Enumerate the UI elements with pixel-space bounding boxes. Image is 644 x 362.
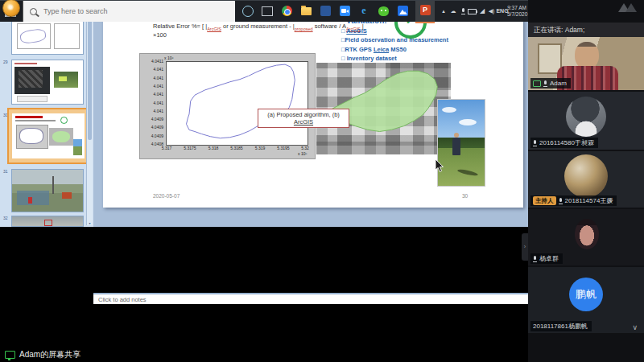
y-tick: 4.041 [140,84,163,88]
taskbar: e P ▴ ☁ ◢ ◀) ENG 9:37 AM 5/7/2020 [0,0,528,22]
name-label-p4: 杨卓群 [530,253,563,264]
video-tile-p4[interactable]: 杨卓群 [528,209,644,265]
sidebar-collapse-handle[interactable]: › [522,233,528,261]
plot-area [166,61,308,146]
x-axis-multiplier: x 10⁵ [298,151,308,156]
video-tile-adam[interactable]: Adam [528,37,644,90]
battery-icon[interactable] [468,1,478,22]
notes-pane[interactable]: Click to add notes [93,293,528,304]
task-view-button[interactable] [261,5,274,18]
cortana-button[interactable] [242,5,254,18]
network-icon[interactable]: ◢ [478,1,486,22]
scroll-down-icon[interactable]: ▾ [87,221,93,225]
name-label-adam: Adam [530,78,571,88]
meeting-logo-icon [618,2,638,12]
screen: Presentation1 - Microsoft PowerPoint ▣ ↶… [0,0,644,362]
internet-explorer-icon[interactable]: e [357,5,370,18]
mouse-cursor [435,159,444,174]
share-banner: Adam的屏幕共享 [5,349,80,360]
mic-icon [533,140,537,146]
video-tile-p5[interactable]: 鹏帆 2018117861杨鹏帆 ∨ [528,267,644,333]
name-label-p2: 2016114580于昶霖 [530,138,598,148]
voov-icon[interactable] [396,5,409,18]
mic-icon [543,80,547,87]
screen-share-icon [533,80,541,87]
y-tick: 4.041 [140,109,163,113]
thumb-number: 31 [3,169,8,174]
boundary-polygon [167,62,308,145]
y-tick: 4.0411 [140,59,163,64]
panel-scrollbar[interactable]: ▴ ▾ [86,13,93,225]
search-input[interactable] [42,6,206,16]
cloud [442,107,456,113]
avatar-p2 [566,97,606,137]
slide-thumbnail-29[interactable] [11,60,84,105]
thumb-number: 32 [3,216,8,220]
slide-thumbnail-30-selected[interactable] [7,108,89,164]
tray-mic-icon[interactable] [459,1,467,22]
adam-face [575,42,599,69]
caption-line1: (a) Proposed algorithm, (b) [258,111,349,118]
checkbox-icon: □ [341,55,345,62]
caption-line2: ArcGIS [258,118,349,125]
p4-face [575,219,599,249]
y-tick: 4.041 [140,76,163,80]
app-icon-blue[interactable] [319,5,332,18]
name-label-p5: 2018117861杨鹏帆 [530,321,592,331]
chevron-down-icon[interactable]: ∨ [632,323,638,331]
validation-item-field: □Field observation and measurement [341,36,494,43]
share-banner-text: Adam的屏幕共享 [19,349,80,360]
y-tick: 4.0409 [140,134,163,138]
chrome-icon[interactable] [280,5,293,18]
speaking-indicator: 正在讲话: Adam; [528,23,644,37]
y-tick: 4.041 [140,67,163,72]
powerpoint-taskbar-button[interactable]: P [415,1,435,23]
validation-item-rtk: □RTK GPS Leica MS50 [341,46,494,53]
photo-grass [438,148,485,186]
video-tile-p2[interactable]: 2016114580于昶霖 [528,92,644,150]
onedrive-cloud-icon[interactable]: ☁ [448,1,458,22]
office-button[interactable] [2,0,20,17]
person-silhouette [452,133,460,157]
volume-icon[interactable]: ◀) [487,1,496,22]
mic-icon [533,256,537,262]
name-label-p3: 主持人 2018114574王媛 [530,195,617,206]
mic-icon [559,198,563,204]
scrollbar-thumb[interactable] [88,19,92,140]
y-tick: 4.0409 [140,125,163,130]
slide-canvas[interactable]: Data process and analysis Relative Error… [103,0,523,208]
avatar-p3 [564,154,608,198]
matlab-figure: x 10⁶ x 10⁵ 4.0411 4.041 4.041 4.041 4.0… [139,53,316,159]
clock-time: 9:37 AM [507,5,526,11]
slide-date: 2020-05-07 [153,193,180,199]
slide-thumbnail-31[interactable] [11,169,84,212]
host-badge: 主持人 [533,196,556,205]
taskbar-clock[interactable]: 9:37 AM 5/7/2020 [507,5,526,26]
slide-page-number: 30 [462,193,468,199]
cloud [459,119,477,125]
slide-thumbnail-32[interactable] [11,216,84,227]
avatar-p5: 鹏帆 [569,278,603,311]
caption-box: (a) Proposed algorithm, (b) ArcGIS [258,109,349,128]
video-tile-p3[interactable]: 主持人 2018114574王媛 [528,151,644,208]
validation-item-inventory: □ Inventory dataset [341,55,494,62]
checkbox-icon: □ [341,27,345,35]
meeting-sidebar: 正在讲话: Adam; Adam 2016114580于昶霖 主持人 [528,0,644,362]
thumb-number: 29 [3,60,8,64]
taskbar-search[interactable] [23,1,235,22]
y-tick: 4.041 [140,101,163,105]
screen-share-monitor-icon [5,351,15,359]
wechat-icon[interactable] [377,5,390,18]
y-tick: 4.0409 [140,117,163,121]
y-axis-multiplier: x 10⁶ [164,56,174,60]
hidden-icons-button[interactable]: ▴ [440,1,448,22]
field-photo [437,99,485,187]
slides-panel: Slides Outline × 28 29 30 [0,0,94,227]
y-tick: 4.041 [140,92,163,97]
file-explorer-icon[interactable] [299,5,312,18]
clock-date: 5/7/2020 [507,11,526,18]
search-icon [30,8,37,15]
meeting-camera-icon[interactable] [338,5,351,18]
